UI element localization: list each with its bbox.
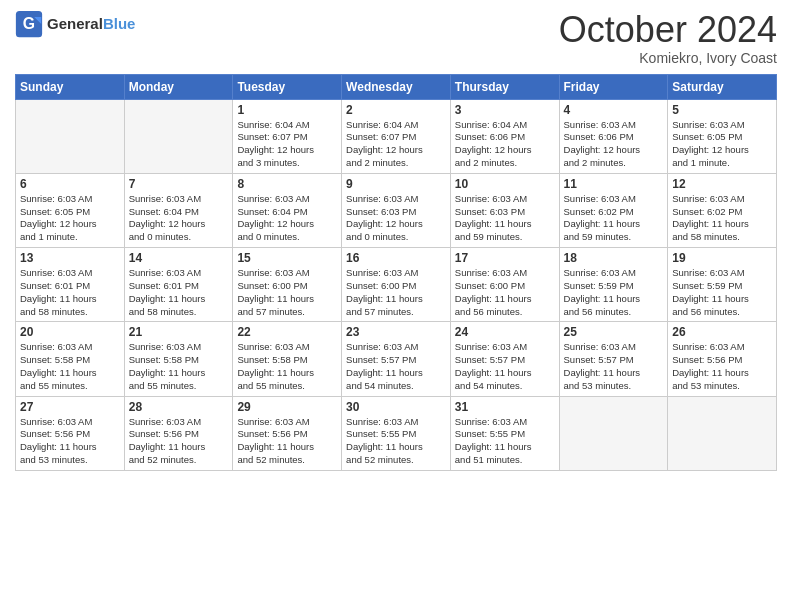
- day-info: Sunrise: 6:03 AM Sunset: 5:59 PM Dayligh…: [564, 267, 664, 318]
- table-row: 23Sunrise: 6:03 AM Sunset: 5:57 PM Dayli…: [342, 322, 451, 396]
- col-saturday: Saturday: [668, 74, 777, 99]
- day-info: Sunrise: 6:03 AM Sunset: 6:00 PM Dayligh…: [237, 267, 337, 318]
- day-info: Sunrise: 6:03 AM Sunset: 5:57 PM Dayligh…: [346, 341, 446, 392]
- table-row: 7Sunrise: 6:03 AM Sunset: 6:04 PM Daylig…: [124, 173, 233, 247]
- table-row: 16Sunrise: 6:03 AM Sunset: 6:00 PM Dayli…: [342, 248, 451, 322]
- calendar-table: Sunday Monday Tuesday Wednesday Thursday…: [15, 74, 777, 471]
- table-row: 21Sunrise: 6:03 AM Sunset: 5:58 PM Dayli…: [124, 322, 233, 396]
- calendar-week-row: 13Sunrise: 6:03 AM Sunset: 6:01 PM Dayli…: [16, 248, 777, 322]
- table-row: 13Sunrise: 6:03 AM Sunset: 6:01 PM Dayli…: [16, 248, 125, 322]
- day-number: 15: [237, 251, 337, 265]
- table-row: 10Sunrise: 6:03 AM Sunset: 6:03 PM Dayli…: [450, 173, 559, 247]
- calendar-week-row: 6Sunrise: 6:03 AM Sunset: 6:05 PM Daylig…: [16, 173, 777, 247]
- table-row: 29Sunrise: 6:03 AM Sunset: 5:56 PM Dayli…: [233, 396, 342, 470]
- day-number: 1: [237, 103, 337, 117]
- day-number: 16: [346, 251, 446, 265]
- day-number: 31: [455, 400, 555, 414]
- day-number: 27: [20, 400, 120, 414]
- day-number: 14: [129, 251, 229, 265]
- day-number: 17: [455, 251, 555, 265]
- table-row: 22Sunrise: 6:03 AM Sunset: 5:58 PM Dayli…: [233, 322, 342, 396]
- day-number: 10: [455, 177, 555, 191]
- table-row: 1Sunrise: 6:04 AM Sunset: 6:07 PM Daylig…: [233, 99, 342, 173]
- day-info: Sunrise: 6:04 AM Sunset: 6:07 PM Dayligh…: [237, 119, 337, 170]
- day-info: Sunrise: 6:03 AM Sunset: 5:56 PM Dayligh…: [20, 416, 120, 467]
- table-row: 28Sunrise: 6:03 AM Sunset: 5:56 PM Dayli…: [124, 396, 233, 470]
- day-number: 21: [129, 325, 229, 339]
- day-number: 20: [20, 325, 120, 339]
- table-row: 4Sunrise: 6:03 AM Sunset: 6:06 PM Daylig…: [559, 99, 668, 173]
- table-row: [668, 396, 777, 470]
- day-number: 9: [346, 177, 446, 191]
- day-info: Sunrise: 6:03 AM Sunset: 5:55 PM Dayligh…: [455, 416, 555, 467]
- day-number: 18: [564, 251, 664, 265]
- table-row: 12Sunrise: 6:03 AM Sunset: 6:02 PM Dayli…: [668, 173, 777, 247]
- day-number: 26: [672, 325, 772, 339]
- logo-icon: G: [15, 10, 43, 38]
- day-number: 19: [672, 251, 772, 265]
- day-info: Sunrise: 6:03 AM Sunset: 6:02 PM Dayligh…: [672, 193, 772, 244]
- day-number: 6: [20, 177, 120, 191]
- location-subtitle: Komiekro, Ivory Coast: [559, 50, 777, 66]
- title-area: October 2024 Komiekro, Ivory Coast: [559, 10, 777, 66]
- day-number: 12: [672, 177, 772, 191]
- day-info: Sunrise: 6:03 AM Sunset: 6:05 PM Dayligh…: [20, 193, 120, 244]
- day-number: 7: [129, 177, 229, 191]
- day-info: Sunrise: 6:03 AM Sunset: 5:56 PM Dayligh…: [129, 416, 229, 467]
- calendar-week-row: 27Sunrise: 6:03 AM Sunset: 5:56 PM Dayli…: [16, 396, 777, 470]
- day-number: 30: [346, 400, 446, 414]
- table-row: 26Sunrise: 6:03 AM Sunset: 5:56 PM Dayli…: [668, 322, 777, 396]
- table-row: 18Sunrise: 6:03 AM Sunset: 5:59 PM Dayli…: [559, 248, 668, 322]
- day-info: Sunrise: 6:04 AM Sunset: 6:06 PM Dayligh…: [455, 119, 555, 170]
- col-monday: Monday: [124, 74, 233, 99]
- col-thursday: Thursday: [450, 74, 559, 99]
- table-row: 3Sunrise: 6:04 AM Sunset: 6:06 PM Daylig…: [450, 99, 559, 173]
- day-info: Sunrise: 6:03 AM Sunset: 6:02 PM Dayligh…: [564, 193, 664, 244]
- day-info: Sunrise: 6:03 AM Sunset: 6:03 PM Dayligh…: [455, 193, 555, 244]
- day-info: Sunrise: 6:03 AM Sunset: 6:01 PM Dayligh…: [129, 267, 229, 318]
- calendar-header-row: Sunday Monday Tuesday Wednesday Thursday…: [16, 74, 777, 99]
- svg-text:G: G: [23, 15, 35, 32]
- day-info: Sunrise: 6:03 AM Sunset: 5:57 PM Dayligh…: [564, 341, 664, 392]
- day-info: Sunrise: 6:03 AM Sunset: 6:00 PM Dayligh…: [346, 267, 446, 318]
- table-row: [559, 396, 668, 470]
- table-row: 2Sunrise: 6:04 AM Sunset: 6:07 PM Daylig…: [342, 99, 451, 173]
- day-number: 5: [672, 103, 772, 117]
- day-info: Sunrise: 6:03 AM Sunset: 6:00 PM Dayligh…: [455, 267, 555, 318]
- table-row: 25Sunrise: 6:03 AM Sunset: 5:57 PM Dayli…: [559, 322, 668, 396]
- table-row: [124, 99, 233, 173]
- col-tuesday: Tuesday: [233, 74, 342, 99]
- col-sunday: Sunday: [16, 74, 125, 99]
- table-row: 19Sunrise: 6:03 AM Sunset: 5:59 PM Dayli…: [668, 248, 777, 322]
- day-info: Sunrise: 6:03 AM Sunset: 6:05 PM Dayligh…: [672, 119, 772, 170]
- table-row: 20Sunrise: 6:03 AM Sunset: 5:58 PM Dayli…: [16, 322, 125, 396]
- day-info: Sunrise: 6:03 AM Sunset: 5:57 PM Dayligh…: [455, 341, 555, 392]
- day-number: 29: [237, 400, 337, 414]
- day-info: Sunrise: 6:03 AM Sunset: 5:56 PM Dayligh…: [672, 341, 772, 392]
- day-number: 24: [455, 325, 555, 339]
- col-wednesday: Wednesday: [342, 74, 451, 99]
- table-row: 14Sunrise: 6:03 AM Sunset: 6:01 PM Dayli…: [124, 248, 233, 322]
- table-row: 6Sunrise: 6:03 AM Sunset: 6:05 PM Daylig…: [16, 173, 125, 247]
- day-number: 8: [237, 177, 337, 191]
- day-info: Sunrise: 6:03 AM Sunset: 6:04 PM Dayligh…: [129, 193, 229, 244]
- table-row: 17Sunrise: 6:03 AM Sunset: 6:00 PM Dayli…: [450, 248, 559, 322]
- day-info: Sunrise: 6:03 AM Sunset: 6:04 PM Dayligh…: [237, 193, 337, 244]
- day-number: 2: [346, 103, 446, 117]
- day-info: Sunrise: 6:03 AM Sunset: 5:55 PM Dayligh…: [346, 416, 446, 467]
- day-info: Sunrise: 6:03 AM Sunset: 5:58 PM Dayligh…: [129, 341, 229, 392]
- day-number: 11: [564, 177, 664, 191]
- table-row: 24Sunrise: 6:03 AM Sunset: 5:57 PM Dayli…: [450, 322, 559, 396]
- day-info: Sunrise: 6:03 AM Sunset: 5:58 PM Dayligh…: [237, 341, 337, 392]
- day-number: 4: [564, 103, 664, 117]
- day-info: Sunrise: 6:03 AM Sunset: 6:03 PM Dayligh…: [346, 193, 446, 244]
- table-row: 5Sunrise: 6:03 AM Sunset: 6:05 PM Daylig…: [668, 99, 777, 173]
- logo: G GeneralBlue: [15, 10, 135, 38]
- day-info: Sunrise: 6:03 AM Sunset: 6:06 PM Dayligh…: [564, 119, 664, 170]
- day-info: Sunrise: 6:03 AM Sunset: 5:58 PM Dayligh…: [20, 341, 120, 392]
- table-row: 31Sunrise: 6:03 AM Sunset: 5:55 PM Dayli…: [450, 396, 559, 470]
- calendar-week-row: 20Sunrise: 6:03 AM Sunset: 5:58 PM Dayli…: [16, 322, 777, 396]
- day-number: 23: [346, 325, 446, 339]
- day-number: 28: [129, 400, 229, 414]
- logo-blue: Blue: [103, 15, 136, 32]
